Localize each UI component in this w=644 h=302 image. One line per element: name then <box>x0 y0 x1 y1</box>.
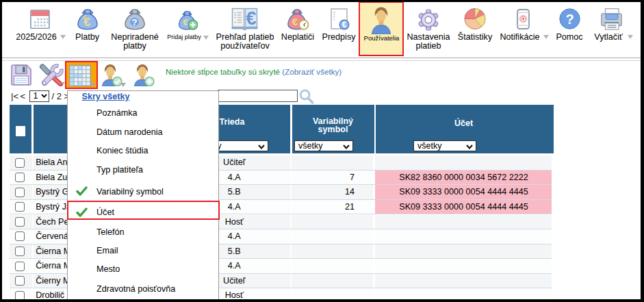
svg-text:?: ? <box>565 12 574 27</box>
svg-text:€: € <box>246 8 256 29</box>
svg-text:?: ? <box>132 17 138 27</box>
svg-text:€: € <box>342 20 347 29</box>
svg-text:€: € <box>292 16 298 27</box>
svg-text:€: € <box>183 17 189 27</box>
svg-text:€: € <box>83 15 90 28</box>
